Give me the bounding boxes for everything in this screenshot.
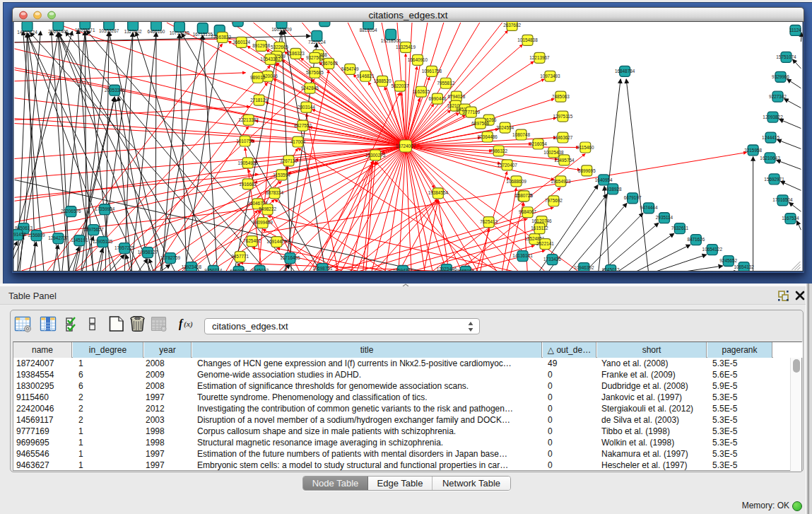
svg-text:7357224: 7357224: [308, 40, 326, 45]
svg-text:6050951: 6050951: [230, 269, 247, 271]
svg-text:1391453: 1391453: [13, 232, 26, 237]
svg-text:5498222: 5498222: [259, 206, 276, 211]
svg-text:1080748: 1080748: [512, 132, 530, 137]
svg-text:15716485: 15716485: [280, 255, 300, 260]
svg-text:1244415: 1244415: [762, 135, 779, 140]
svg-text:15720407: 15720407: [497, 163, 517, 168]
svg-text:6990448: 6990448: [428, 96, 446, 101]
svg-text:12213967: 12213967: [529, 55, 550, 60]
svg-text:9684067: 9684067: [519, 209, 536, 214]
svg-text:1588520: 1588520: [374, 78, 392, 83]
svg-text:10975657: 10975657: [83, 227, 104, 232]
svg-text:3267130: 3267130: [280, 158, 298, 163]
svg-text:2522141: 2522141: [536, 241, 554, 246]
svg-text:417004: 417004: [290, 139, 306, 144]
svg-text:14136141: 14136141: [512, 253, 533, 258]
svg-text:8427552: 8427552: [294, 123, 312, 128]
svg-text:8813054: 8813054: [360, 28, 377, 33]
svg-text:3216054: 3216054: [529, 141, 547, 146]
svg-text:17359924: 17359924: [95, 206, 115, 211]
svg-text:10553267: 10553267: [99, 28, 119, 33]
svg-text:16782759: 16782759: [160, 255, 181, 260]
svg-text:7975692: 7975692: [545, 198, 563, 203]
svg-text:1162615: 1162615: [413, 89, 430, 94]
svg-text:3215958: 3215958: [744, 148, 762, 153]
svg-text:7625402: 7625402: [243, 238, 261, 243]
svg-text:19384554: 19384554: [428, 191, 449, 196]
svg-text:2718129: 2718129: [250, 98, 268, 103]
svg-text:2935114: 2935114: [656, 215, 673, 220]
svg-text:5322037: 5322037: [392, 83, 409, 88]
svg-text:6679197: 6679197: [624, 195, 642, 200]
svg-text:10543382: 10543382: [260, 57, 281, 62]
svg-text:2637682: 2637682: [503, 23, 521, 28]
svg-text:1733426: 1733426: [543, 257, 561, 262]
svg-text:2867608: 2867608: [320, 61, 338, 66]
svg-text:20206576: 20206576: [61, 209, 81, 214]
svg-text:9245012: 9245012: [251, 268, 269, 271]
svg-text:6794028: 6794028: [447, 94, 465, 99]
svg-text:16713155: 16713155: [193, 32, 213, 37]
svg-text:9146821: 9146821: [357, 74, 375, 78]
svg-text:10025438: 10025438: [543, 150, 564, 155]
svg-text:14055724: 14055724: [17, 30, 37, 35]
svg-text:16848784: 16848784: [615, 69, 635, 74]
svg-text:8912958: 8912958: [252, 43, 270, 48]
svg-text:15692971: 15692971: [764, 177, 784, 182]
svg-text:9115460: 9115460: [577, 145, 594, 150]
svg-text:19654923: 19654923: [551, 179, 571, 184]
svg-text:12975115: 12975115: [553, 114, 572, 119]
svg-text:1167534: 1167534: [782, 216, 799, 221]
svg-text:16033809: 16033809: [271, 27, 292, 32]
svg-text:10654122: 10654122: [702, 247, 723, 252]
svg-text:12213383: 12213383: [238, 117, 259, 122]
svg-text:16914479: 16914479: [266, 239, 287, 244]
svg-text:12942737: 12942737: [48, 235, 69, 240]
svg-text:7986322: 7986322: [490, 148, 507, 153]
svg-text:9065906: 9065906: [457, 269, 474, 271]
svg-text:9457771: 9457771: [231, 254, 249, 259]
svg-text:6466160: 6466160: [148, 29, 165, 34]
svg-text:9350774: 9350774: [204, 268, 222, 271]
svg-text:15300275: 15300275: [365, 153, 386, 158]
svg-text:17957225: 17957225: [114, 245, 135, 250]
svg-text:5322605: 5322605: [271, 45, 288, 49]
svg-text:17016504: 17016504: [772, 197, 793, 202]
svg-text:8878334: 8878334: [266, 191, 283, 196]
svg-text:1145191: 1145191: [71, 238, 88, 243]
svg-text:8938928: 8938928: [604, 187, 622, 192]
svg-text:12905135: 12905135: [93, 239, 113, 244]
svg-text:10698751: 10698751: [312, 266, 333, 271]
svg-text:1153594: 1153594: [273, 173, 290, 177]
svg-text:1010755: 1010755: [236, 139, 254, 144]
svg-text:9474444: 9474444: [640, 205, 658, 210]
svg-text:20691406: 20691406: [48, 29, 69, 34]
svg-text:9227342: 9227342: [769, 94, 787, 99]
svg-text:10958127: 10958127: [138, 250, 158, 255]
svg-text:7485063: 7485063: [552, 94, 570, 99]
svg-text:f: f: [179, 317, 184, 330]
svg-text:1916682: 1916682: [239, 182, 257, 187]
svg-text:7625413: 7625413: [480, 219, 498, 224]
svg-text:10688609: 10688609: [506, 179, 526, 184]
svg-text:12093822: 12093822: [763, 115, 783, 119]
svg-text:9245652: 9245652: [719, 258, 737, 263]
svg-text:18035371: 18035371: [75, 28, 95, 33]
svg-text:20053346: 20053346: [105, 88, 125, 93]
svg-text:989013: 989013: [250, 75, 266, 80]
svg-text:10946392: 10946392: [574, 265, 594, 270]
svg-text:10719185: 10719185: [170, 30, 190, 35]
svg-text:15751074: 15751074: [776, 54, 796, 59]
svg-text:9242845: 9242845: [301, 86, 319, 90]
svg-text:10154838: 10154838: [517, 37, 538, 42]
svg-text:20364486: 20364486: [477, 134, 498, 139]
svg-text:6897508: 6897508: [471, 121, 489, 126]
svg-text:6899695: 6899695: [578, 168, 596, 173]
svg-text:7663822: 7663822: [213, 35, 231, 40]
svg-text:1580725: 1580725: [515, 193, 533, 198]
svg-text:1615112: 1615112: [531, 226, 548, 230]
svg-text:1640954: 1640954: [595, 177, 613, 182]
svg-text:2803144: 2803144: [298, 105, 315, 110]
svg-text:12023446: 12023446: [437, 267, 457, 271]
svg-text:8471626: 8471626: [687, 237, 705, 242]
